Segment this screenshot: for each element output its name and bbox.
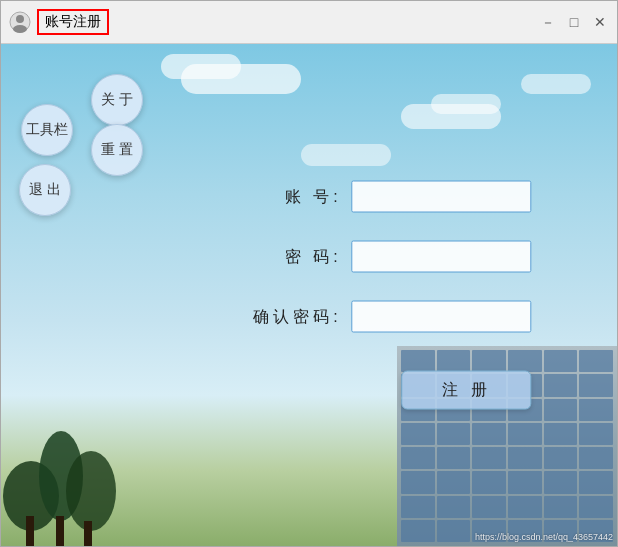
svg-point-2 [13,25,27,33]
about-button[interactable]: 关 于 [91,74,143,126]
username-row: 账 号: [272,181,532,213]
building-window [544,350,578,372]
main-window: 账号注册 － □ ✕ [0,0,618,547]
building-window [579,447,613,469]
building-window [579,520,613,542]
building-window [401,496,435,518]
cloud-2 [161,54,241,79]
building-window [544,423,578,445]
building-window [401,447,435,469]
title-bar: 账号注册 － □ ✕ [1,1,617,44]
building-window [401,520,435,542]
exit-button[interactable]: 退 出 [19,164,71,216]
building-window [472,423,506,445]
minimize-button[interactable]: － [539,13,557,31]
confirm-label: 确认密码: [253,306,341,327]
building-window [401,471,435,493]
username-input[interactable] [352,181,532,213]
username-label: 账 号: [272,186,342,207]
confirm-row: 确认密码: [253,301,531,333]
window-body: 工具栏 关 于 重 置 退 出 账 号: 密 码: 确认密码: 注 册 http… [1,44,617,546]
tree-area [1,416,121,546]
building-window [472,447,506,469]
building-window [544,496,578,518]
building-window [579,423,613,445]
close-button[interactable]: ✕ [591,13,609,31]
building-window [508,471,542,493]
building-window [472,496,506,518]
building-window [437,471,471,493]
cloud-5 [301,144,391,166]
cloud-6 [521,74,591,94]
building-window [579,496,613,518]
cloud-4 [431,94,501,114]
building-window [508,423,542,445]
confirm-input[interactable] [352,301,532,333]
toolbar-button[interactable]: 工具栏 [21,104,73,156]
svg-rect-7 [56,516,64,546]
reset-button[interactable]: 重 置 [91,124,143,176]
building-window [508,496,542,518]
building-window [437,520,471,542]
maximize-button[interactable]: □ [565,13,583,31]
building-window [437,447,471,469]
register-button[interactable]: 注 册 [401,371,531,410]
building-window [544,471,578,493]
building-window [579,374,613,396]
password-label: 密 码: [272,246,342,267]
building-window [472,520,506,542]
svg-rect-8 [84,521,92,546]
password-row: 密 码: [272,241,532,273]
window-icon [9,11,31,33]
building-window [544,520,578,542]
building-window [544,447,578,469]
building-window [508,447,542,469]
building-window [544,399,578,421]
svg-point-5 [66,451,116,531]
submit-row: 注 册 [401,361,531,410]
building-window [437,423,471,445]
svg-point-1 [16,15,24,23]
building-window [579,350,613,372]
building-window [437,496,471,518]
building-window [472,471,506,493]
svg-rect-6 [26,516,34,546]
building-window [579,399,613,421]
building-window [579,471,613,493]
building-window [508,520,542,542]
building-window [401,423,435,445]
window-title: 账号注册 [37,9,109,35]
window-controls: － □ ✕ [539,13,609,31]
registration-form: 账 号: 密 码: 确认密码: 注 册 [253,181,531,410]
password-input[interactable] [352,241,532,273]
building-window [544,374,578,396]
